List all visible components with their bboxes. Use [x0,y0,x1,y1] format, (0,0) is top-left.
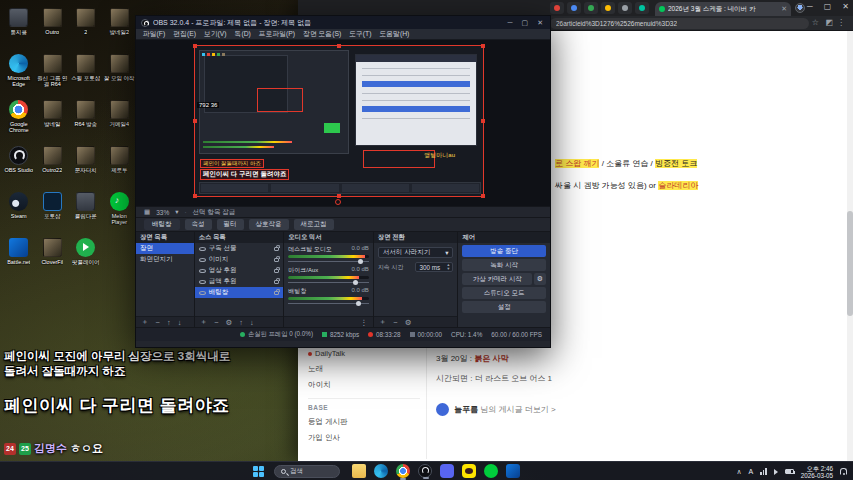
menu-help[interactable]: 도움말(H) [380,29,410,39]
minimize-icon[interactable]: ─ [508,19,513,27]
menu-edit[interactable]: 편집(E) [173,29,196,39]
url-field[interactable]: 26articleid%3D1276%2526menuid%3D32 [550,18,809,29]
minimize-icon[interactable]: ─ [807,2,813,11]
stepper-icons[interactable]: ▴▾ [447,263,449,271]
menu-file[interactable]: 파일(F) [143,29,165,39]
move-up-icon[interactable]: ↑ [239,318,243,327]
stop-streaming-button[interactable]: 방송 중단 [462,245,546,257]
lock-icon[interactable] [274,247,279,251]
eye-icon[interactable] [199,291,206,295]
author-more-link[interactable]: 늘푸름 님의 게시글 더보기 > [436,403,556,416]
add-scene-icon[interactable]: ＋ [141,317,149,327]
remove-scene-icon[interactable]: − [156,318,160,327]
source-item[interactable]: 금액 후원 [195,276,284,287]
board-menu-item[interactable]: 등업 게시판 [308,417,420,427]
settings-button[interactable]: 설정 [462,301,546,313]
desktop-icon[interactable]: Battle.net [2,238,36,280]
start-recording-button[interactable]: 녹화 시작 [462,259,546,271]
bookmark-star-icon[interactable]: ☆ [812,18,819,27]
kakaotalk-icon[interactable] [462,464,476,478]
lock-preview-label[interactable]: 선택 항목 잠금 [193,208,236,217]
eye-icon[interactable] [199,269,206,273]
slider-knob[interactable] [356,301,361,306]
add-source-icon[interactable]: ＋ [200,317,208,327]
resize-handle[interactable] [481,44,485,48]
discord-icon[interactable] [440,464,454,478]
rotate-handle[interactable] [335,199,341,205]
lock-icon[interactable] [274,269,279,273]
chevron-down-icon[interactable]: ▾ [175,208,178,216]
lock-icon[interactable] [274,280,279,284]
resize-handle[interactable] [337,194,341,198]
source-item[interactable]: 구독 선물 [195,243,284,254]
duration-field[interactable]: 300 ms ▴▾ [415,262,453,272]
add-transition-icon[interactable]: ＋ [379,317,387,327]
scrollbar-thumb[interactable] [847,211,853,316]
desktop-icon[interactable]: 클립다운 [69,192,103,234]
pinned-tab[interactable] [567,2,581,14]
move-down-icon[interactable]: ↓ [250,318,254,327]
desktop-icon[interactable]: 통지용 [2,8,36,50]
obs-preview[interactable]: 792 36 페인이 잘돌때까지 하죠 페인이씨 다 구리면 돌려야죠 앵팅마니… [136,40,550,206]
volume-slider[interactable] [288,279,369,285]
move-up-icon[interactable]: ↑ [167,318,171,327]
pinned-tab[interactable] [601,2,615,14]
wifi-icon[interactable] [760,468,767,475]
file-explorer-icon[interactable] [352,464,366,478]
volume-slider[interactable] [288,258,369,264]
resize-handle[interactable] [481,194,485,198]
board-menu-item[interactable]: DailyTalk [308,349,420,358]
virtual-camera-button[interactable]: 가상 카메라 시작 [462,273,532,285]
desktop-icon[interactable]: 원신 그룹 연결 R64 [36,54,70,96]
capture-selection[interactable]: 792 36 페인이 잘돌때까지 하죠 페인이씨 다 구리면 돌려야죠 앵팅마니… [194,45,484,197]
desktop-icon[interactable]: 방네일 [36,100,70,142]
active-tab[interactable]: 2026년 3월 스케줄 : 네이버 카 ✕ [655,2,791,16]
source-properties-icon[interactable]: ⚙ [226,318,233,327]
desktop-icon[interactable]: Microsoft Edge [2,54,36,96]
resize-handle[interactable] [193,119,197,123]
board-menu-item[interactable]: 노래 [308,364,420,374]
desktop-icon[interactable]: 방네일2 [103,8,137,50]
resize-handle[interactable] [193,194,197,198]
desktop-icon[interactable]: CloverFil [36,238,70,280]
browser-profile-avatar[interactable] [795,3,805,13]
extensions-icon[interactable]: ◩ [825,18,833,27]
board-menu-item[interactable]: 아이치 [308,380,420,390]
desktop-icon[interactable]: 2 [69,8,103,50]
scrollbar[interactable] [847,31,853,461]
menu-dock[interactable]: 독(D) [235,29,251,39]
start-button[interactable] [253,466,264,477]
studio-mode-button[interactable]: 스튜디오 모드 [462,287,546,299]
desktop-icon[interactable]: Steam [2,192,36,234]
desktop-icon[interactable]: Melon Player [103,192,137,234]
desktop-icon[interactable]: 제로투 [103,146,137,188]
menu-view[interactable]: 보기(V) [204,29,227,39]
desktop-icon[interactable]: 스윙 포토샵 [69,54,103,96]
source-item-selected[interactable]: 배팅창 [195,287,284,298]
pinned-tab[interactable] [618,2,632,14]
edge-icon[interactable] [374,464,388,478]
properties-button[interactable]: 속성 [185,219,212,230]
ime-indicator[interactable]: A [749,468,754,475]
tab-close-icon[interactable]: ✕ [781,5,787,13]
scene-item[interactable]: 화면던지기 [136,254,194,265]
lock-icon[interactable] [274,291,279,295]
resize-handle[interactable] [337,44,341,48]
menu-profile[interactable]: 프로파일(P) [259,29,295,39]
transition-properties-icon[interactable]: ⚙ [405,318,412,327]
desktop-icon[interactable]: 팟플레이어 [69,238,103,280]
pinned-tab[interactable] [550,2,564,14]
volume-slider[interactable] [288,300,369,306]
notification-bell-icon[interactable] [840,468,847,475]
filters-button[interactable]: 필터 [217,219,244,230]
scene-item[interactable]: 장면 [136,243,194,254]
chrome-icon[interactable] [396,464,410,478]
desktop-icon[interactable]: Outro22 [36,146,70,188]
desktop-icon[interactable]: R64 방송 [69,100,103,142]
taskbar-search[interactable]: 검색 [274,465,340,478]
menu-tools[interactable]: 도구(T) [349,29,371,39]
obs-icon[interactable] [418,464,432,478]
pinned-tab[interactable] [584,2,598,14]
menu-dots-icon[interactable]: ⋮ [837,18,845,27]
desktop-icon[interactable]: 잘 모임 야작 [103,54,137,96]
